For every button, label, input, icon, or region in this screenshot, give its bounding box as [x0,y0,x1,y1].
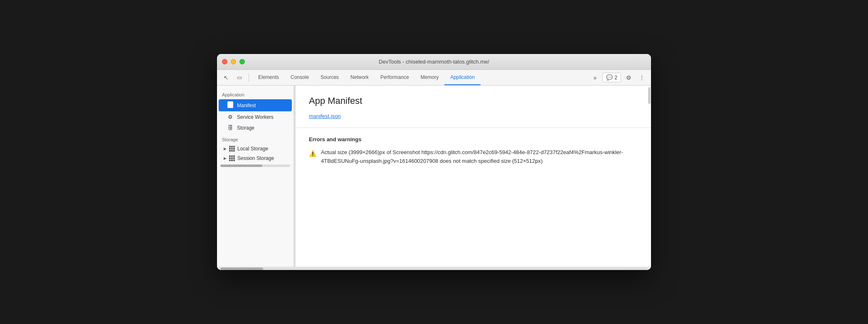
traffic-lights [222,59,245,64]
sidebar-section-application: Application [217,89,293,99]
manifest-link[interactable]: manifest.json [309,113,638,119]
more-tabs-button[interactable]: » [589,72,601,83]
tab-application[interactable]: Application [444,70,481,85]
toolbar-divider [249,74,249,82]
tab-console[interactable]: Console [285,70,315,85]
sidebar-item-local-storage[interactable]: ▶ Local Storage [219,144,292,153]
more-options-icon: ⋮ [639,74,645,81]
bottom-scrollbar-thumb [220,268,263,270]
sidebar-section-storage: Storage [217,135,293,144]
tab-sources[interactable]: Sources [315,70,345,85]
devtools-window: DevTools - chiseled-mammoth-talos.glitch… [217,54,651,270]
gear-icon: ⚙ [626,74,631,81]
tab-performance[interactable]: Performance [375,70,415,85]
close-button[interactable] [222,59,227,64]
cursor-icon: ↖ [224,74,229,81]
content-area: App Manifest manifest.json Errors and wa… [296,86,651,267]
sidebar-item-session-storage[interactable]: ▶ Session Storage [219,154,292,163]
messages-badge-button[interactable]: 💬 2 [602,73,621,82]
tab-bar: Elements Console Sources Network Perform… [252,70,587,85]
device-toggle-button[interactable]: ▭ [234,72,245,83]
badge-count: 2 [614,75,617,81]
minimize-button[interactable] [231,59,236,64]
page-title: App Manifest [309,96,638,106]
toolbar-right: » 💬 2 ⚙ ⋮ [589,72,648,83]
sidebar: Application Manifest ⚙ Service Workers 🗄… [217,86,294,267]
warning-item: ⚠️ Actual size (3999×2666)px of Screensh… [309,148,638,166]
toolbar: ↖ ▭ Elements Console Sources Network Per… [217,70,651,86]
maximize-button[interactable] [239,59,245,64]
expand-arrow-icon-2: ▶ [224,156,227,160]
content-scroll-handle[interactable] [648,86,651,267]
expand-arrow-icon: ▶ [224,147,227,151]
scroll-bar [648,87,651,104]
sidebar-item-manifest[interactable]: Manifest [219,99,292,111]
message-icon: 💬 [606,74,613,81]
device-icon: ▭ [237,74,242,81]
sidebar-item-storage[interactable]: 🗄 Storage [219,123,292,133]
warning-triangle-icon: ⚠️ [309,149,317,159]
tab-memory[interactable]: Memory [415,70,444,85]
title-bar: DevTools - chiseled-mammoth-talos.glitch… [217,54,651,70]
bottom-scrollbar[interactable] [220,268,648,270]
local-storage-grid-icon [229,146,235,152]
sidebar-scrollbar[interactable] [220,164,290,167]
settings-button[interactable]: ⚙ [623,72,634,83]
sidebar-scrollbar-thumb [220,164,262,167]
storage-db-icon: 🗄 [227,125,234,131]
sidebar-item-service-workers[interactable]: ⚙ Service Workers [219,112,292,122]
tab-network[interactable]: Network [345,70,375,85]
errors-section-title: Errors and warnings [309,136,638,142]
service-workers-gear-icon: ⚙ [227,114,234,120]
main-area: Application Manifest ⚙ Service Workers 🗄… [217,86,651,267]
manifest-doc-icon [227,101,234,109]
window-title: DevTools - chiseled-mammoth-talos.glitch… [379,59,489,65]
more-options-button[interactable]: ⋮ [636,72,648,83]
more-tabs-icon: » [593,74,597,81]
warning-message: Actual size (3999×2666)px of Screenshot … [321,148,638,166]
session-storage-grid-icon [229,155,235,161]
tab-elements[interactable]: Elements [252,70,285,85]
cursor-tool-button[interactable]: ↖ [220,72,232,83]
section-divider [296,128,651,128]
bottom-scrollbar-area [217,267,651,270]
